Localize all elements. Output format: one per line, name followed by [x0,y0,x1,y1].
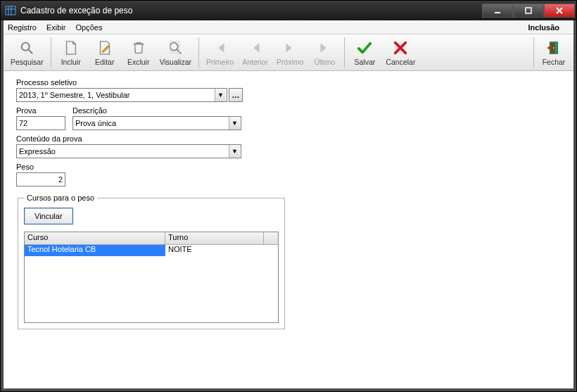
window-title: Cadastro de exceção de peso [20,6,482,15]
svg-rect-0 [6,6,15,15]
close-window-button[interactable] [544,4,575,18]
menu-registro[interactable]: Registro [8,23,37,32]
cursos-legend: Cursos para o peso [24,194,97,202]
chevron-down-icon: ▼ [229,145,240,158]
col-curso-header[interactable]: Curso [25,232,165,244]
descricao-label: Descrição [72,106,241,115]
cursos-fieldset: Cursos para o peso Vincular Curso Turno … [18,194,285,329]
maximize-button[interactable] [513,4,544,18]
search-icon [18,39,35,56]
mode-label: Inclusão [528,23,559,32]
cursos-grid[interactable]: Curso Turno Tecnol Hotelaria CB NOITE [24,232,279,323]
vincular-button[interactable]: Vincular [24,208,73,225]
excluir-button[interactable]: Excluir [122,38,156,68]
new-page-icon [63,39,80,56]
trash-icon [130,39,147,56]
minimize-button[interactable] [482,4,513,18]
incluir-button[interactable]: Incluir [54,38,88,68]
x-icon [392,39,409,56]
editar-button[interactable]: Editar [88,38,122,68]
view-icon [167,39,184,56]
edit-page-icon [96,39,113,56]
toolbar: Pesquisar Incluir Editar Excluir [4,34,573,71]
anterior-button[interactable]: Anterior [238,38,272,68]
last-icon [316,39,333,56]
menu-exibir[interactable]: Exibir [46,23,66,32]
chevron-down-icon: ▼ [229,117,240,129]
next-icon [281,39,298,56]
primeiro-button[interactable]: Primeiro [202,38,238,68]
processo-label: Processo seletivo [16,78,561,87]
check-icon [356,39,373,56]
content: Processo seletivo 2013, 1º Semestre, 1, … [4,71,573,388]
processo-lookup-button[interactable]: … [229,88,243,102]
ultimo-button[interactable]: Último [307,38,341,68]
svg-point-8 [22,42,30,50]
proximo-button[interactable]: Próximo [272,38,308,68]
window-controls [482,4,575,18]
cancelar-button[interactable]: Cancelar [381,38,419,68]
chevron-down-icon: ▼ [215,89,226,101]
svg-point-15 [553,47,554,49]
svg-point-10 [170,42,178,50]
titlebar: Cadastro de exceção de peso [1,1,576,20]
door-icon [545,39,562,56]
prev-icon [247,39,264,56]
svg-rect-5 [526,8,531,13]
prova-label: Prova [16,106,65,115]
processo-combo[interactable]: 2013, 1º Semestre, 1, Vestibular ▼ [16,88,227,102]
col-spacer [264,232,277,244]
pesquisar-button[interactable]: Pesquisar [6,38,48,68]
frame: Registro Exibir Opções Inclusão Pesquisa… [1,20,576,391]
peso-input[interactable] [16,172,65,186]
prova-input[interactable] [16,116,65,130]
conteudo-combo[interactable]: Expressão ▼ [16,144,241,158]
table-row[interactable]: Tecnol Hotelaria CB NOITE [25,245,278,256]
descricao-combo[interactable]: Prova única ▼ [72,116,241,130]
salvar-button[interactable]: Salvar [348,38,381,68]
svg-line-9 [29,49,33,53]
visualizar-button[interactable]: Visualizar [156,38,196,68]
first-icon [212,39,229,56]
peso-label: Peso [16,163,561,171]
conteudo-label: Conteúdo da prova [16,134,561,143]
col-turno-header[interactable]: Turno [165,232,264,244]
cell-curso: Tecnol Hotelaria CB [25,245,165,256]
grid-header: Curso Turno [25,232,278,245]
menu-opcoes[interactable]: Opções [75,23,102,32]
cell-turno: NOITE [165,245,264,256]
window: Cadastro de exceção de peso Registro Exi… [0,0,577,392]
fechar-button[interactable]: Fechar [537,38,571,68]
menubar: Registro Exibir Opções Inclusão [4,20,573,34]
app-icon [5,5,16,16]
